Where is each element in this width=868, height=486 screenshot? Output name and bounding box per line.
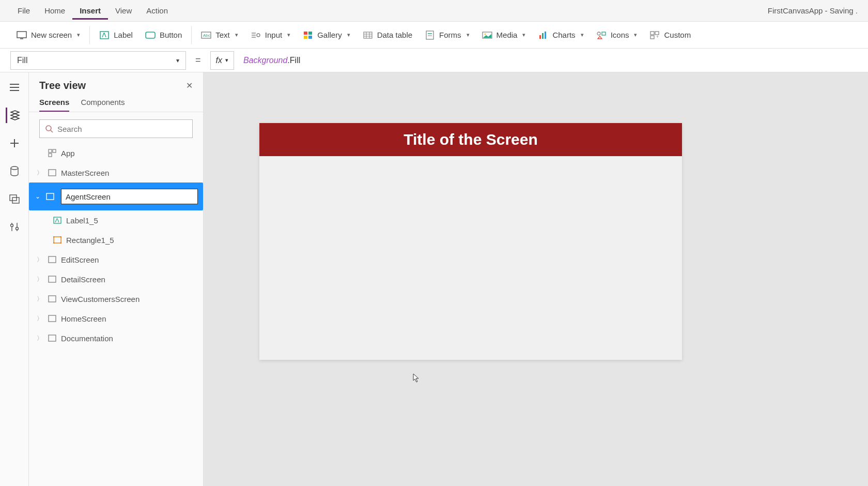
tree-item-label: DetailScreen: [61, 275, 105, 284]
svg-point-27: [597, 32, 600, 35]
menu-insert[interactable]: Insert: [72, 2, 108, 20]
tree-tabs: Screens Components: [29, 95, 203, 112]
data-icon[interactable]: [7, 163, 22, 179]
menu-action[interactable]: Action: [139, 2, 175, 19]
chevron-down-icon: ▾: [634, 32, 637, 38]
media-rail-icon[interactable]: [7, 191, 22, 207]
button-button[interactable]: Button: [139, 27, 188, 43]
tree-item-detailscreen[interactable]: 〉 DetailScreen: [34, 269, 198, 289]
chevron-right-icon[interactable]: 〉: [36, 255, 43, 264]
chevron-right-icon[interactable]: 〉: [36, 275, 43, 284]
left-rail: [0, 72, 29, 486]
svg-rect-14: [364, 32, 372, 38]
charts-icon: [538, 30, 548, 40]
chevron-right-icon[interactable]: 〉: [36, 169, 43, 177]
tree-view-icon[interactable]: [6, 108, 21, 123]
canvas-area[interactable]: Title of the Screen: [204, 72, 868, 486]
canvas-title-bar[interactable]: Title of the Screen: [259, 123, 682, 156]
custom-button[interactable]: + Custom: [643, 27, 697, 43]
media-button[interactable]: Media ▾: [476, 27, 532, 43]
tree-item-rectangle1-5[interactable]: Rectangle1_5: [34, 230, 198, 250]
button-label: Button: [160, 31, 182, 39]
svg-rect-29: [650, 32, 654, 35]
svg-point-44: [16, 227, 18, 230]
tree-item-documentation[interactable]: 〉 Documentation: [34, 328, 198, 348]
tree-item-agentscreen[interactable]: ⌄: [29, 183, 203, 210]
svg-rect-60: [49, 296, 56, 302]
screen-icon: [45, 192, 55, 201]
tree-item-label: Rectangle1_5: [66, 236, 114, 245]
formula-input[interactable]: Background.Fill: [240, 55, 858, 65]
formula-object: Background: [243, 56, 287, 65]
forms-button[interactable]: Forms ▾: [419, 27, 476, 43]
tree-item-editscreen[interactable]: 〉 EditScreen: [34, 250, 198, 269]
charts-button[interactable]: Charts ▾: [532, 27, 590, 43]
tree-item-label1-5[interactable]: Label1_5: [34, 210, 198, 230]
rename-input[interactable]: [61, 189, 198, 204]
tree-item-label: Label1_5: [66, 216, 98, 225]
formula-bar: Fill ▾ = fx ▾ Background.Fill: [0, 49, 868, 72]
svg-point-45: [46, 126, 51, 131]
chevron-down-icon: ▾: [522, 32, 525, 38]
label-button[interactable]: Label: [93, 27, 139, 43]
menu-home[interactable]: Home: [37, 2, 72, 19]
tab-components[interactable]: Components: [81, 98, 125, 112]
chevron-right-icon[interactable]: 〉: [36, 295, 43, 303]
svg-rect-24: [539, 35, 541, 39]
tree-item-homescreen[interactable]: 〉 HomeScreen: [34, 309, 198, 328]
svg-rect-59: [49, 276, 56, 282]
tree-view-title: Tree view: [39, 80, 86, 92]
svg-rect-12: [304, 36, 307, 39]
insert-rail-icon[interactable]: [7, 135, 22, 151]
tree-list: App 〉 MasterScreen ⌄ Label1_5 Rectangle1…: [29, 142, 203, 486]
gallery-icon: [303, 30, 313, 40]
tree-item-label: HomeScreen: [61, 314, 106, 323]
new-screen-button[interactable]: New screen ▾: [10, 27, 86, 43]
close-icon[interactable]: ✕: [186, 81, 193, 90]
text-button[interactable]: Abc Text ▾: [195, 27, 244, 43]
tree-item-viewcustomersscreen[interactable]: 〉 ViewCustomersScreen: [34, 289, 198, 309]
menu-file[interactable]: File: [10, 2, 37, 19]
property-selector[interactable]: Fill ▾: [10, 51, 186, 70]
hamburger-icon[interactable]: [7, 80, 22, 95]
label-label: Label: [114, 31, 133, 39]
chevron-right-icon[interactable]: 〉: [36, 334, 43, 343]
svg-point-56: [53, 242, 55, 244]
advanced-tools-icon[interactable]: [7, 219, 22, 235]
fx-button[interactable]: fx ▾: [210, 51, 234, 70]
svg-rect-51: [47, 193, 54, 200]
fx-icon: fx: [216, 56, 222, 65]
media-label: Media: [497, 31, 518, 39]
charts-label: Charts: [552, 31, 575, 39]
input-button[interactable]: Input ▾: [244, 27, 297, 43]
search-box[interactable]: [39, 119, 193, 138]
tab-screens[interactable]: Screens: [39, 98, 69, 112]
svg-point-43: [10, 224, 13, 227]
ribbon-toolbar: New screen ▾ Label Button Abc Text ▾ Inp…: [0, 22, 868, 49]
svg-point-57: [60, 242, 62, 244]
property-name: Fill: [17, 56, 27, 65]
tree-item-label: MasterScreen: [61, 169, 109, 177]
tree-item-masterscreen[interactable]: 〉 MasterScreen: [34, 163, 198, 183]
text-label: Text: [215, 31, 230, 39]
label-icon: [53, 216, 62, 225]
rectangle-icon: [53, 235, 62, 245]
tree-view-panel: Tree view ✕ Screens Components App 〉 Mas…: [29, 72, 204, 486]
button-icon: [145, 30, 156, 40]
forms-label: Forms: [439, 31, 461, 39]
svg-rect-50: [49, 170, 56, 176]
search-input[interactable]: [57, 125, 187, 133]
canvas-screen[interactable]: Title of the Screen: [259, 123, 682, 360]
chevron-down-icon: ▾: [77, 32, 80, 38]
svg-rect-61: [49, 315, 56, 322]
menu-view[interactable]: View: [108, 2, 139, 19]
icons-button[interactable]: Icons ▾: [590, 27, 644, 43]
chevron-right-icon[interactable]: 〉: [36, 314, 43, 323]
chevron-down-icon: ▾: [176, 57, 179, 64]
chevron-down-icon[interactable]: ⌄: [34, 193, 41, 200]
data-table-icon: [363, 30, 373, 40]
tree-item-app[interactable]: App: [34, 143, 198, 163]
gallery-button[interactable]: Gallery ▾: [297, 27, 357, 43]
data-table-button[interactable]: Data table: [357, 27, 419, 43]
screen-icon: [17, 30, 27, 40]
